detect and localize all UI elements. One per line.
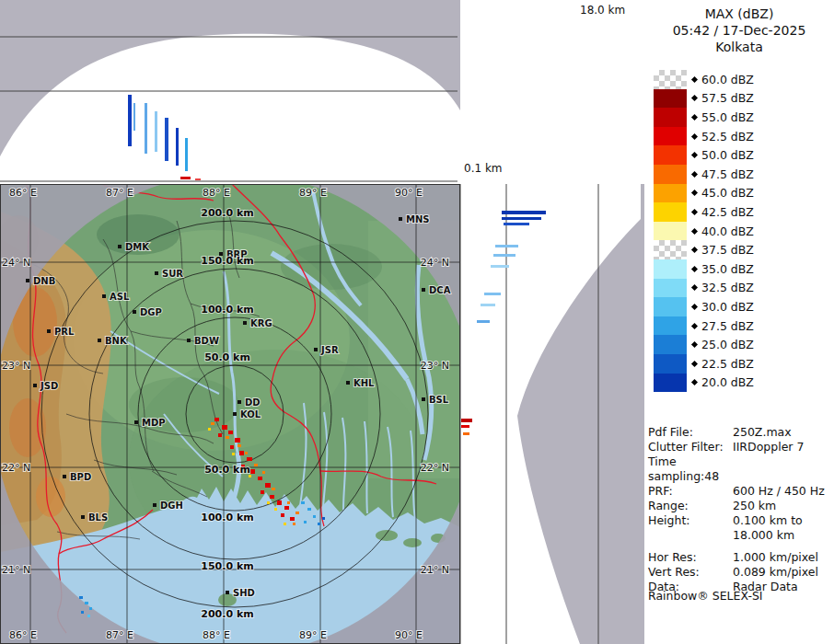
svg-text:MDP: MDP [142,418,166,428]
metadata-row: Hor Res:1.000 km/pixel [648,550,832,565]
product-title: MAX (dBZ) [644,6,834,22]
legend-label: 30.0 dBZ [701,300,754,314]
legend-color-swatch [654,240,687,259]
svg-text:SUR: SUR [162,269,183,279]
legend-label: 32.5 dBZ [701,281,754,294]
legend-label: 25.0 dBZ [701,338,754,351]
legend-tick-icon [691,228,698,235]
metadata-row: Vert Res:0.089 km/pixel [648,565,832,580]
legend-color-swatch [654,279,687,298]
svg-text:87° E: 87° E [106,187,133,199]
legend-row: 47.5 dBZ [654,165,754,184]
metadata-row: 18.000 km [648,528,832,543]
svg-text:22° N: 22° N [2,462,30,474]
svg-text:DCA: DCA [429,285,451,295]
legend-tick-icon [691,341,698,348]
svg-text:DGH: DGH [160,500,183,511]
legend-tick-icon [691,266,698,272]
metadata-row: Range:250 km [648,499,832,513]
metadata-value: 0.089 km/pixel [733,565,818,580]
legend-color-swatch [654,70,687,89]
svg-text:DGP: DGP [140,307,162,317]
svg-text:86° E: 86° E [9,187,37,199]
metadata-value: 0.100 km to [733,513,803,528]
height-axis-max-label: 18.0 km [580,4,625,17]
product-metadata: Pdf File:250Z.maxClutter Filter:IIRDoppl… [648,425,832,594]
svg-text:23° N: 23° N [421,360,449,372]
svg-text:200.0 km: 200.0 km [201,608,253,620]
svg-text:90° E: 90° E [395,629,423,641]
legend-row: 22.5 dBZ [654,354,754,374]
legend-color-swatch [654,145,687,165]
metadata-label: PRF: [648,484,733,499]
legend-tick-icon [691,95,698,101]
svg-text:50.0 km: 50.0 km [204,351,250,363]
legend-label: 55.0 dBZ [701,110,754,124]
svg-text:BSL: BSL [429,395,449,405]
svg-text:DNB: DNB [33,276,55,286]
svg-text:24° N: 24° N [2,257,30,269]
legend-row: 55.0 dBZ [654,108,754,127]
svg-text:22° N: 22° N [421,462,449,474]
svg-text:BLS: BLS [88,512,108,523]
legend-row: 57.5 dBZ [654,89,754,109]
legend-color-swatch [654,222,687,241]
metadata-label: Range: [648,499,733,513]
radar-product-display: 18.0 km 0.1 km [0,0,834,644]
legend-label: 27.5 dBZ [701,319,754,333]
legend-color-swatch [654,202,687,222]
metadata-row: Clutter Filter:IIRDoppler 7 [648,440,832,454]
svg-text:KOL: KOL [240,409,261,420]
svg-text:200.0 km: 200.0 km [201,207,253,219]
legend-row: 35.0 dBZ [654,259,754,279]
svg-text:SHD: SHD [233,588,255,598]
legend-row: 60.0 dBZ [654,70,754,89]
svg-text:100.0 km: 100.0 km [201,512,253,523]
svg-text:150.0 km: 150.0 km [201,560,253,572]
legend-tick-icon [691,114,698,121]
metadata-label: Clutter Filter: [648,440,733,454]
legend-tick-icon [691,361,698,367]
legend-tick-icon [691,284,698,291]
height-axis-area: 18.0 km 0.1 km [460,0,644,184]
metadata-row: PRF:600 Hz / 450 Hz [648,484,832,499]
metadata-label [648,528,733,543]
legend-label: 45.0 dBZ [701,186,754,200]
top-projection-graphic [0,0,460,184]
metadata-value: 18.000 km [733,528,794,543]
metadata-value: 250 km [733,499,776,513]
legend-row: 40.0 dBZ [654,222,754,241]
metadata-row: Height:0.100 km to [648,513,832,528]
legend-color-swatch [654,165,687,184]
radar-map: MNSDMKBRPSURDNBASLDGPKRGDCAPRLBNKBDWJSRJ… [0,184,460,644]
svg-text:ASL: ASL [110,292,130,302]
svg-text:BPD: BPD [70,472,91,482]
svg-text:23° N: 23° N [2,360,30,372]
svg-text:PRL: PRL [54,327,75,337]
legend-row: 32.5 dBZ [654,279,754,298]
legend-tick-icon [691,322,698,328]
legend-row: 37.5 dBZ [654,240,754,259]
svg-text:21° N: 21° N [421,564,449,576]
legend-row: 52.5 dBZ [654,127,754,146]
legend-row: 27.5 dBZ [654,316,754,336]
legend-tick-icon [691,209,698,215]
top-height-projection-panel [0,0,460,184]
legend-tick-icon [691,171,698,178]
legend-color-swatch [654,335,687,354]
svg-text:JSR: JSR [320,345,339,355]
legend-color-swatch [654,374,687,393]
svg-text:88° E: 88° E [203,187,230,199]
legend-row: 20.0 dBZ [654,374,754,393]
svg-text:KHL: KHL [353,378,375,388]
metadata-row: Time sampling:48 [648,454,832,484]
legend-color-swatch [654,184,687,203]
legend-row: 45.0 dBZ [654,184,754,203]
metadata-label: Height: [648,513,733,528]
legend-label: 50.0 dBZ [701,148,754,162]
svg-text:BNK: BNK [105,336,128,346]
svg-text:100.0 km: 100.0 km [201,304,253,316]
legend-row: 42.5 dBZ [654,202,754,222]
legend-tick-icon [691,76,698,83]
metadata-value: IIRDoppler 7 [733,440,804,454]
